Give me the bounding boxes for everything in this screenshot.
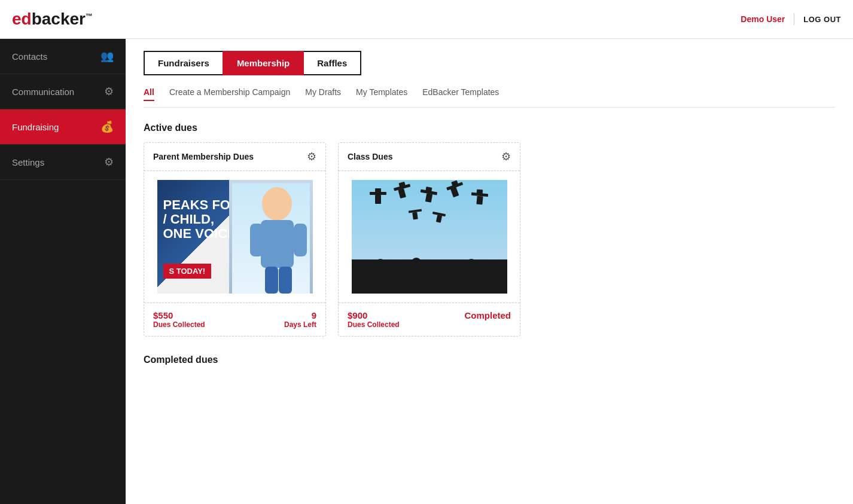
child-photo — [229, 180, 313, 294]
tab-membership[interactable]: Membership — [223, 51, 304, 75]
days-left-stat: 9 Days Left — [284, 310, 316, 329]
card-header-class: Class Dues ⚙ — [339, 143, 520, 171]
primary-tabs: Fundraisers Membership Raffles — [144, 51, 835, 75]
svg-rect-49 — [444, 274, 450, 286]
svg-rect-50 — [458, 273, 464, 288]
svg-rect-2 — [261, 220, 294, 268]
settings-icon: ⚙ — [104, 155, 114, 169]
logo-tm: ™ — [86, 12, 93, 20]
completed-value: Completed — [464, 310, 511, 320]
subnav-my-templates[interactable]: My Templates — [356, 87, 407, 101]
svg-rect-45 — [426, 271, 432, 285]
svg-rect-48 — [449, 273, 458, 294]
svg-rect-37 — [389, 273, 395, 286]
peaks-image: PEAKS FOR / CHILD, ONE VOICE S TODAY! — [157, 180, 313, 294]
svg-point-35 — [394, 262, 403, 271]
svg-rect-4 — [294, 224, 307, 256]
logout-button[interactable]: LOG OUT — [803, 15, 841, 24]
tab-fundraisers[interactable]: Fundraisers — [144, 51, 224, 75]
main-layout: Contacts 👥 Communication ⚙ Fundraising 💰… — [0, 39, 853, 504]
svg-rect-5 — [265, 267, 278, 294]
svg-rect-3 — [250, 224, 263, 256]
logo: edbacker™ — [12, 10, 93, 29]
card-footer-parent: $550 Dues Collected 9 Days Left — [144, 303, 325, 336]
svg-rect-22 — [476, 190, 483, 194]
contacts-icon: 👥 — [100, 50, 114, 63]
dues-collected-stat-class: $900 Dues Collected — [348, 310, 400, 329]
svg-rect-56 — [486, 271, 495, 294]
dues-collected-stat-parent: $550 Dues Collected — [153, 310, 205, 329]
svg-rect-57 — [481, 273, 487, 286]
svg-point-1 — [262, 187, 292, 221]
card-image-area-class — [339, 171, 520, 303]
dues-collected-value-class: $900 — [348, 310, 367, 320]
header: edbacker™ Demo User LOG OUT — [0, 0, 853, 39]
tab-raffles[interactable]: Raffles — [303, 51, 361, 75]
subnav-edbacker-templates[interactable]: EdBacker Templates — [422, 87, 499, 101]
subnav-all[interactable]: All — [144, 87, 154, 101]
sidebar-item-fundraising[interactable]: Fundraising 💰 — [0, 109, 126, 145]
card-footer-class: $900 Dues Collected Completed — [339, 303, 520, 336]
dues-collected-label-class: Dues Collected — [348, 320, 400, 329]
header-divider — [794, 13, 794, 25]
content-area: Fundraisers Membership Raffles All Creat… — [126, 39, 853, 504]
completed-stat: Completed — [464, 310, 511, 320]
demo-user-label: Demo User — [741, 14, 785, 24]
campaign-card-parent-dues: Parent Membership Dues ⚙ PEAKS FOR / CHI… — [144, 142, 326, 337]
sidebar-settings-label: Settings — [12, 157, 44, 167]
peaks-button-overlay: S TODAY! — [163, 264, 212, 279]
child-figure — [229, 180, 313, 294]
active-dues-title: Active dues — [144, 123, 835, 133]
sidebar: Contacts 👥 Communication ⚙ Fundraising 💰… — [0, 39, 126, 504]
sidebar-item-settings[interactable]: Settings ⚙ — [0, 145, 126, 180]
svg-rect-24 — [412, 212, 418, 220]
campaign-card-class-dues: Class Dues ⚙ — [338, 142, 520, 337]
cards-grid: Parent Membership Dues ⚙ PEAKS FOR / CHI… — [144, 142, 835, 337]
svg-rect-9 — [375, 195, 381, 204]
dues-collected-label-parent: Dues Collected — [153, 320, 205, 329]
subnav-create[interactable]: Create a Membership Campaign — [169, 87, 290, 101]
sidebar-contacts-label: Contacts — [12, 51, 47, 62]
svg-point-27 — [358, 264, 367, 273]
svg-rect-30 — [365, 274, 371, 289]
graduation-image — [352, 180, 507, 294]
svg-rect-10 — [375, 188, 381, 193]
card-image-area-parent: PEAKS FOR / CHILD, ONE VOICE S TODAY! — [144, 171, 325, 303]
completed-dues-title: Completed dues — [144, 355, 835, 365]
svg-rect-29 — [353, 274, 359, 289]
sidebar-communication-label: Communication — [12, 87, 74, 97]
fundraising-icon: 💰 — [100, 120, 114, 133]
card-title-class: Class Dues — [348, 152, 392, 161]
svg-point-43 — [431, 261, 440, 270]
dues-collected-value-parent: $550 — [153, 310, 173, 320]
svg-rect-21 — [476, 196, 483, 205]
logo-ed: ed — [12, 10, 32, 28]
subnav-drafts[interactable]: My Drafts — [305, 87, 341, 101]
card-title-parent: Parent Membership Dues — [153, 152, 254, 161]
sub-nav: All Create a Membership Campaign My Draf… — [144, 87, 835, 108]
svg-point-47 — [449, 264, 458, 273]
sidebar-fundraising-label: Fundraising — [12, 122, 59, 132]
days-left-label: Days Left — [284, 320, 316, 329]
svg-rect-6 — [279, 267, 292, 294]
communication-icon: ⚙ — [104, 85, 114, 98]
sidebar-item-communication[interactable]: Communication ⚙ — [0, 74, 126, 109]
svg-point-55 — [486, 262, 495, 271]
card-gear-icon-parent[interactable]: ⚙ — [307, 150, 316, 163]
card-header-parent: Parent Membership Dues ⚙ — [144, 143, 325, 171]
logo-backer: backer — [32, 10, 86, 28]
header-right: Demo User LOG OUT — [741, 13, 841, 25]
card-gear-icon-class[interactable]: ⚙ — [501, 150, 511, 163]
days-left-value: 9 — [312, 310, 316, 320]
sidebar-item-contacts[interactable]: Contacts 👥 — [0, 39, 126, 74]
completed-dues-section: Completed dues — [144, 355, 835, 365]
svg-rect-58 — [496, 271, 502, 288]
